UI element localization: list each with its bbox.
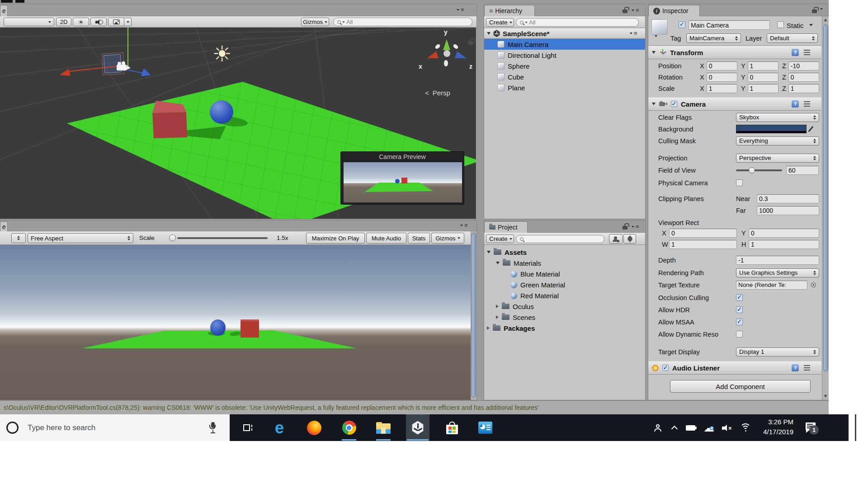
- directional-light-gizmo[interactable]: ☀: [210, 42, 234, 66]
- game-scrollbar[interactable]: [471, 231, 476, 400]
- eyedropper-icon[interactable]: [808, 126, 814, 132]
- scene-effects-caret[interactable]: [124, 18, 132, 26]
- gameobject-big-icon[interactable]: [652, 20, 667, 34]
- tab-project[interactable]: Project: [484, 221, 528, 233]
- firefox-icon[interactable]: [303, 414, 325, 441]
- culling-mask-dropdown[interactable]: Everything: [736, 136, 819, 145]
- vr-h-field[interactable]: 1: [749, 240, 819, 249]
- clear-flags-dropdown[interactable]: Skybox: [736, 113, 819, 122]
- axis-gizmo[interactable]: y x z: [416, 28, 476, 82]
- hierarchy-item-sphere[interactable]: Sphere: [484, 61, 645, 71]
- scene-panel-menu[interactable]: ≡: [457, 8, 464, 12]
- persp-label[interactable]: < Persp: [425, 89, 450, 97]
- action-center-icon[interactable]: 1: [799, 414, 822, 441]
- preset-icon[interactable]: [804, 50, 810, 55]
- scene-gizmos-button[interactable]: Gizmos: [301, 18, 329, 26]
- object-picker-icon[interactable]: [811, 282, 816, 287]
- file-explorer-icon[interactable]: [373, 414, 394, 441]
- volume-muted-icon[interactable]: ×: [718, 414, 736, 441]
- people-icon[interactable]: [650, 414, 666, 441]
- rotation-y-field[interactable]: 0: [748, 73, 778, 82]
- camera-header[interactable]: Camera ?: [648, 97, 821, 111]
- preset-icon[interactable]: [804, 365, 810, 371]
- inspector-scrollbar-thumb[interactable]: [823, 24, 828, 371]
- target-texture-field[interactable]: None (Render Te:: [736, 281, 807, 290]
- console-warning-message[interactable]: s\Oculus\VR\Editor\OVRPlatformTool.cs(87…: [4, 404, 539, 411]
- project-lock-icon[interactable]: [623, 226, 627, 230]
- hierarchy-item-cube[interactable]: Cube: [484, 71, 645, 82]
- report-app-icon[interactable]: [474, 414, 496, 441]
- scene-lighting-button[interactable]: ☀: [73, 18, 89, 26]
- scale-x-field[interactable]: 1: [707, 84, 737, 93]
- onedrive-icon[interactable]: ☁: [700, 414, 718, 441]
- position-z-field[interactable]: -10: [788, 61, 819, 70]
- help-icon[interactable]: ?: [792, 364, 799, 371]
- battery-icon[interactable]: [683, 414, 700, 441]
- layer-dropdown[interactable]: Default: [767, 33, 818, 43]
- scroll-down-icon[interactable]: [824, 395, 827, 398]
- static-caret-icon[interactable]: [809, 24, 813, 26]
- cortana-icon[interactable]: [6, 422, 19, 434]
- tab-hierarchy[interactable]: ≡ Hierarchy: [484, 5, 535, 16]
- scale-y-field[interactable]: 1: [748, 84, 778, 93]
- far-field[interactable]: 1000: [757, 206, 819, 215]
- allow-hdr-checkbox[interactable]: [736, 306, 743, 313]
- scene-2d-button[interactable]: 2D: [56, 18, 71, 26]
- scene-effects-button[interactable]: [108, 18, 124, 26]
- project-panel-menu[interactable]: ≡: [632, 225, 639, 229]
- display-dropdown[interactable]: [11, 233, 26, 243]
- slider-knob[interactable]: [749, 167, 755, 174]
- foldout-icon[interactable]: [487, 251, 491, 253]
- taskbar-clock[interactable]: 3:26 PM 4/17/2019: [748, 417, 793, 437]
- rotation-x-field[interactable]: 0: [707, 73, 737, 82]
- tab-game-cut[interactable]: e: [0, 221, 8, 231]
- edge-icon[interactable]: e: [269, 414, 290, 441]
- aspect-dropdown[interactable]: Free Aspect: [28, 233, 133, 243]
- game-viewport[interactable]: [0, 245, 471, 400]
- depth-field[interactable]: -1: [736, 256, 819, 265]
- add-component-button[interactable]: Add Component: [670, 380, 811, 393]
- project-row-blue-material[interactable]: Blue Material: [484, 268, 645, 279]
- tray-chevron-icon[interactable]: [668, 414, 683, 441]
- maximize-on-play-button[interactable]: Maximize On Play: [306, 233, 365, 244]
- game-gizmos-button[interactable]: Gizmos: [431, 233, 464, 244]
- prefab-caret-icon[interactable]: [655, 35, 657, 37]
- projection-dropdown[interactable]: Perspective: [736, 154, 819, 163]
- tab-scene-cut[interactable]: e: [0, 5, 8, 16]
- help-icon[interactable]: ?: [792, 49, 799, 56]
- game-panel-menu[interactable]: ≡: [460, 223, 468, 228]
- project-row-materials[interactable]: Materials: [484, 258, 645, 268]
- hierarchy-create-button[interactable]: Create: [486, 18, 514, 27]
- inspector-lock-icon[interactable]: [812, 9, 817, 13]
- foldout-icon[interactable]: [652, 103, 656, 105]
- project-row-oculus[interactable]: Oculus: [484, 301, 645, 312]
- preset-icon[interactable]: [804, 101, 810, 107]
- foldout-icon[interactable]: [496, 305, 499, 308]
- scene-row-menu[interactable]: ≡: [630, 31, 637, 36]
- mic-icon[interactable]: [209, 422, 217, 434]
- fov-field[interactable]: 60: [786, 166, 819, 175]
- foldout-icon[interactable]: [652, 51, 656, 54]
- chrome-icon[interactable]: [338, 414, 360, 441]
- hierarchy-lock-icon[interactable]: [623, 9, 627, 13]
- sphere-object[interactable]: [210, 100, 233, 124]
- inspector-scrollbar[interactable]: [822, 16, 829, 400]
- camera-gizmo[interactable]: [59, 46, 158, 86]
- project-row-packages[interactable]: Packages: [484, 323, 645, 333]
- allow-msaa-checkbox[interactable]: [736, 319, 743, 325]
- draw-mode-dropdown[interactable]: [4, 18, 54, 26]
- status-bar[interactable]: s\Oculus\VR\Editor\OVRPlatformTool.cs(87…: [0, 400, 829, 414]
- position-y-field[interactable]: 1: [748, 61, 778, 70]
- background-color-swatch[interactable]: [736, 125, 807, 133]
- target-display-dropdown[interactable]: Display 1: [736, 347, 819, 357]
- name-field[interactable]: Main Camera: [689, 20, 770, 30]
- mute-audio-button[interactable]: Mute Audio: [366, 233, 406, 244]
- project-row-assets[interactable]: Assets: [484, 247, 645, 258]
- stats-button[interactable]: Stats: [408, 233, 430, 244]
- camera-enabled-checkbox[interactable]: [671, 101, 677, 107]
- rendering-path-dropdown[interactable]: Use Graphics Settings: [736, 268, 819, 277]
- audio-listener-checkbox[interactable]: [662, 365, 669, 371]
- inspector-panel-menu[interactable]: [820, 8, 823, 10]
- tab-inspector[interactable]: i Inspector: [648, 5, 700, 16]
- near-field[interactable]: 0.3: [757, 194, 819, 203]
